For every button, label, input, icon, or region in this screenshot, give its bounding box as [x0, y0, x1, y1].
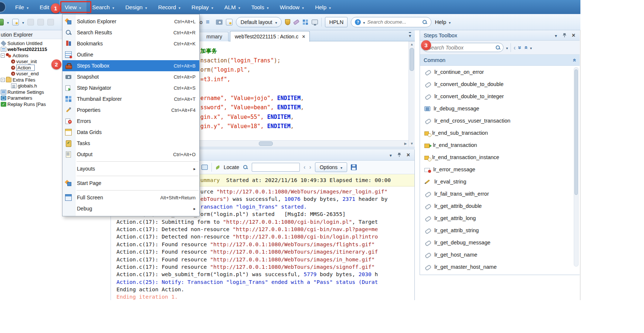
scrollbar-thumb[interactable] [410, 48, 414, 71]
back-icon[interactable]: ‹ [513, 45, 516, 50]
toolbox-item-lr-get-debug-message[interactable]: lr_get_debug_message [420, 236, 574, 248]
options-button[interactable]: Options [315, 162, 347, 172]
hpln-button[interactable]: HPLN [325, 17, 348, 27]
open-solution-icon[interactable] [12, 19, 19, 25]
help-question-icon[interactable] [355, 19, 361, 25]
menu-item-steps-toolbox[interactable]: Steps ToolboxCtrl+Alt+B [62, 60, 199, 71]
editor-vertical-scrollbar[interactable]: ▲ ▼ [409, 41, 415, 147]
search-icon[interactable] [243, 165, 248, 170]
shield-icon[interactable] [285, 19, 290, 25]
toolbox-item-lr-end-transaction[interactable]: lr_end_transaction [420, 139, 574, 151]
doc-search-input[interactable] [367, 19, 420, 25]
toolbox-item-lr-convert-double-to-integer[interactable]: lr_convert_double_to_integer [420, 90, 574, 102]
menu-design[interactable]: Design [120, 0, 153, 14]
new-script-icon[interactable] [0, 19, 4, 25]
monitor-icon[interactable] [312, 20, 318, 24]
menu-search[interactable]: Search [87, 0, 120, 14]
menu-item-snapshot[interactable]: SnapshotCtrl+Alt+P [62, 71, 199, 82]
menu-item-solution-explorer[interactable]: Solution ExplorerCtrl+Alt+L [62, 16, 199, 27]
toolbox-item-lr-eval-string[interactable]: lr_eval_string [420, 175, 574, 188]
print-icon[interactable] [47, 19, 54, 25]
snapshot-view-icon[interactable] [216, 20, 223, 25]
menu-item-thumbnail-explorer[interactable]: Thumbnail ExplorerCtrl+Alt+T [62, 93, 199, 104]
close-icon[interactable] [302, 34, 305, 40]
menu-item-start-page[interactable]: Start Page [62, 178, 199, 189]
log-line: Action.c(17): web_submit_form("login.pl"… [111, 271, 414, 278]
menu-replay[interactable]: Replay [186, 0, 219, 14]
pin-icon[interactable] [562, 33, 567, 38]
search-icon[interactable] [422, 20, 427, 25]
menu-item-data-grids[interactable]: Data Grids [62, 127, 199, 138]
tab-list-icon[interactable] [409, 33, 411, 38]
toolbox-scrollbar[interactable] [574, 67, 579, 267]
scroll-up-icon[interactable]: ▲ [409, 41, 415, 47]
toolbox-item-lr-get-attrib-string[interactable]: lr_get_attrib_string [420, 224, 574, 236]
help-toolbar-menu[interactable]: Help [435, 19, 451, 25]
layout-selector[interactable]: Default layout [236, 17, 282, 27]
panel-menu-icon[interactable] [390, 152, 392, 158]
scroll-right-icon[interactable]: ▶ [403, 142, 409, 145]
close-icon[interactable] [572, 32, 575, 39]
menu-tools[interactable]: Tools [246, 0, 274, 14]
toolbox-item-lr-end-cross-vuser-transaction[interactable]: lr_end_cross_vuser_transaction [420, 114, 574, 127]
menu-help[interactable]: Help [309, 0, 336, 14]
menu-item-layouts[interactable]: Layouts [62, 163, 199, 174]
toolbox-item-lr-get-attrib-double[interactable]: lr_get_attrib_double [420, 200, 574, 212]
menu-item-outline[interactable]: Outline [62, 49, 199, 60]
toolbox-item-lr-error-message[interactable]: lr_error_message [420, 163, 574, 175]
thumbnails-icon[interactable] [302, 19, 308, 25]
toolbox-item-lr-end-sub-transaction[interactable]: lr_end_sub_transaction [420, 127, 574, 139]
menu-window[interactable]: Window [274, 0, 309, 14]
scrollbar-thumb[interactable] [259, 141, 273, 146]
find-previous-icon[interactable]: ‹ [304, 164, 305, 171]
toolbox-item-lr-continue-on-error[interactable]: lr_continue_on_error [420, 66, 574, 78]
close-icon[interactable] [407, 152, 410, 158]
log-search-input[interactable] [252, 163, 300, 172]
chevron-down-icon[interactable] [506, 44, 508, 51]
find-next-icon[interactable]: › [309, 164, 311, 171]
scrollbar-thumb[interactable] [574, 69, 578, 195]
toolbox-item-lr-debug-message[interactable]: lr_debug_message [420, 102, 574, 114]
menu-item-bookmarks[interactable]: BookmarksCtrl+Alt+K [62, 38, 199, 49]
menu-item-debug[interactable]: Debug [62, 203, 199, 214]
menu-file[interactable]: File [10, 0, 34, 14]
toolbox-item-lr-end-transaction-instance[interactable]: lr_end_transaction_instance [420, 151, 574, 163]
search-icon[interactable] [495, 45, 501, 50]
toolbox-search-input[interactable] [423, 43, 504, 52]
menu-item-step-navigator[interactable]: Step NavigatorCtrl+Alt+S [62, 82, 199, 93]
menu-item-search-results[interactable]: Search ResultsCtrl+Alt+R [62, 27, 199, 38]
save-log-icon[interactable] [351, 164, 357, 170]
scroll-down-icon[interactable]: ▼ [409, 141, 415, 147]
collapse-section-icon[interactable]: » [571, 58, 578, 62]
collapse-all-icon[interactable]: » [522, 46, 529, 49]
toolbox-item-lr-fail-trans-with-error[interactable]: lr_fail_trans_with_error [420, 188, 574, 200]
chevron-down-icon[interactable] [363, 19, 365, 25]
collapse-icon[interactable] [1, 54, 5, 58]
menu-item-output[interactable]: OutputCtrl+Alt+O [62, 149, 199, 160]
menu-alm[interactable]: ALM [219, 0, 246, 14]
pane-icon[interactable] [201, 165, 208, 170]
menu-item-tasks[interactable]: Tasks [62, 138, 199, 149]
menu-item-errors[interactable]: Errors [62, 116, 199, 127]
record-options-icon[interactable] [226, 19, 233, 25]
menu-item-full-screen[interactable]: Full ScreenAlt+Shift+Return [62, 192, 199, 203]
save-all-icon[interactable] [37, 19, 44, 25]
panel-menu-icon[interactable] [555, 32, 557, 38]
toolbox-item-lr-convert-double-to-double[interactable]: lr_convert_double_to_double [420, 78, 574, 90]
toolbox-item-lr-get-attrib-long[interactable]: lr_get_attrib_long [420, 212, 574, 224]
step-list-icon[interactable] [206, 19, 213, 25]
tab-action-c[interactable]: webTest20221115 : Action.c [230, 31, 310, 42]
menu-item-properties[interactable]: PropertiesCtrl+Alt+F4 [62, 104, 199, 116]
chevron-down-icon[interactable] [530, 44, 532, 51]
chevron-down-icon[interactable] [7, 19, 9, 25]
pin-icon[interactable] [397, 152, 401, 157]
chevron-down-icon[interactable] [22, 19, 24, 25]
menu-record[interactable]: Record [153, 0, 186, 14]
brush-icon[interactable] [293, 19, 299, 25]
toolbox-item-lr-get-host-name[interactable]: lr_get_host_name [420, 248, 574, 261]
toolbox-section-common[interactable]: Common » [420, 55, 580, 66]
toolbox-item-lr-get-master-host-name[interactable]: lr_get_master_host_name [420, 261, 574, 273]
collapse-icon[interactable] [1, 78, 5, 82]
save-icon[interactable] [27, 19, 34, 25]
locate-button[interactable]: Locate [224, 164, 239, 170]
